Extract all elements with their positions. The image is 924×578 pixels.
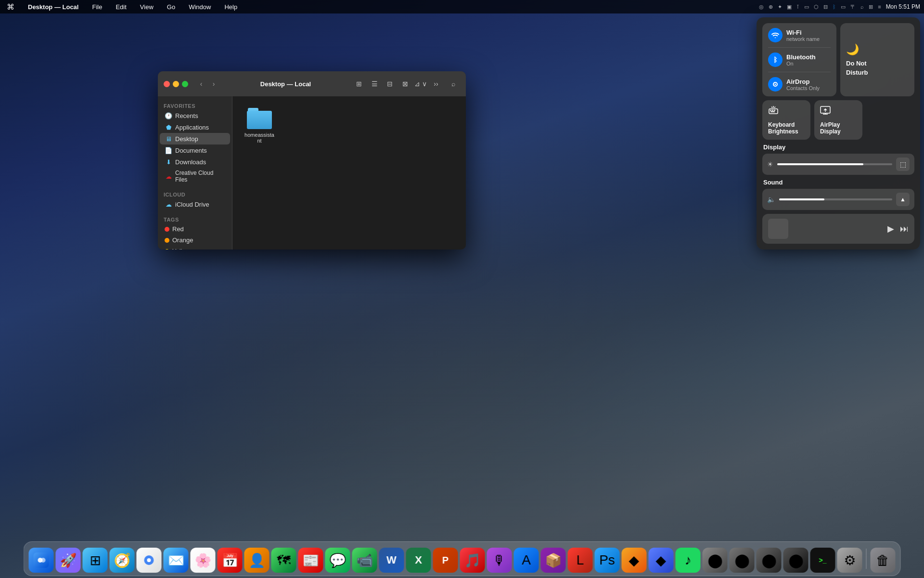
cc-volume-slider[interactable] bbox=[779, 198, 892, 200]
cc-brightness-slider[interactable] bbox=[777, 163, 892, 165]
dock-divider bbox=[866, 549, 867, 569]
sidebar-item-documents[interactable]: 📄 Documents bbox=[160, 144, 230, 156]
dock-app-misc3[interactable]: ⬤ bbox=[757, 548, 782, 573]
cc-dnd-card[interactable]: 🌙 Do Not Disturb bbox=[840, 23, 914, 96]
minimize-button[interactable] bbox=[173, 81, 179, 87]
dock-app-word[interactable]: W bbox=[379, 548, 404, 573]
cc-skip-button[interactable]: ⏭ bbox=[900, 224, 909, 234]
dock-app-mail[interactable]: ✉️ bbox=[164, 548, 189, 573]
dock-app-news[interactable]: 📰 bbox=[298, 548, 323, 573]
dock-app-safari[interactable]: 🧭 bbox=[110, 548, 135, 573]
dock-app-photos[interactable]: 🌸 bbox=[191, 548, 216, 573]
nav-arrows: ‹ › bbox=[196, 79, 219, 89]
cc-airplay-display-card[interactable]: AirPlay Display bbox=[814, 100, 862, 140]
dock-app-finder[interactable] bbox=[29, 548, 54, 573]
menubar-help[interactable]: Help bbox=[221, 2, 240, 12]
cc-volume-up-button[interactable]: ▲ bbox=[896, 193, 910, 206]
sort-button[interactable]: ⊿ ∨ bbox=[414, 79, 427, 89]
notification-menu-icon[interactable]: ≡ bbox=[878, 4, 881, 10]
close-button[interactable] bbox=[164, 81, 170, 87]
dock-app-appstore[interactable]: A bbox=[514, 548, 539, 573]
bluetooth-menu-icon[interactable]: ᛒ bbox=[833, 4, 836, 10]
focus-icon[interactable]: ◎ bbox=[759, 4, 764, 10]
wifi-menu-icon[interactable]: 〒 bbox=[850, 3, 856, 11]
menubar-file[interactable]: File bbox=[89, 2, 105, 12]
dock-app-misc2[interactable]: ⬤ bbox=[730, 548, 755, 573]
dock-app-betterzip[interactable]: 📦 bbox=[541, 548, 566, 573]
cc-bluetooth-icon[interactable]: ᛒ bbox=[768, 53, 783, 67]
globe-icon[interactable]: ⊕ bbox=[769, 4, 773, 10]
dock-app-trash[interactable]: 🗑 bbox=[871, 548, 896, 573]
cc-airdrop-icon[interactable] bbox=[768, 77, 783, 92]
sidebar-item-applications[interactable]: ⬟ Applications bbox=[160, 121, 230, 133]
menubar-go[interactable]: Go bbox=[164, 2, 178, 12]
gallery-view-button[interactable]: ⊠ bbox=[398, 79, 412, 89]
menubar-window[interactable]: Window bbox=[186, 2, 214, 12]
airplay-menu-icon[interactable]: ⬡ bbox=[814, 4, 819, 10]
sidebar-item-recents[interactable]: 🕐 Recents bbox=[160, 110, 230, 121]
search-menu-icon[interactable]: ⌕ bbox=[860, 4, 864, 10]
dock-app-music[interactable]: 🎵 bbox=[460, 548, 485, 573]
svg-rect-6 bbox=[770, 111, 775, 112]
apple-menu[interactable]: ⌘ bbox=[4, 1, 17, 13]
dock-app-calendar[interactable]: 📅 bbox=[218, 548, 243, 573]
file-item-homeassistant[interactable]: homeassistant bbox=[240, 104, 279, 147]
photo-icon[interactable]: ▣ bbox=[787, 4, 792, 10]
search-button[interactable]: ⌕ bbox=[447, 79, 460, 89]
dock-app-excel[interactable]: X bbox=[406, 548, 431, 573]
menubar-right: ◎ ⊕ ✦ ▣ ⊺ ▭ ⬡ ⊟ ᛒ ▭ 〒 ⌕ ⊞ ≡ Mon 5:51 PM bbox=[759, 3, 920, 11]
volume-menu-icon[interactable]: ⊟ bbox=[823, 4, 828, 10]
cc-media-thumbnail bbox=[768, 219, 788, 239]
sidebar-item-downloads[interactable]: ⬇ Downloads bbox=[160, 156, 230, 168]
sidebar-item-tag-yellow[interactable]: Yellow bbox=[160, 246, 230, 250]
sidebar-item-tag-red[interactable]: Red bbox=[160, 223, 230, 235]
cc-wifi-value: network name bbox=[786, 36, 820, 42]
dock-app-lr[interactable]: L bbox=[568, 548, 593, 573]
dock-app-ppt[interactable]: P bbox=[433, 548, 458, 573]
cc-bluetooth-value: On bbox=[786, 61, 816, 66]
cc-wifi-icon[interactable] bbox=[768, 28, 783, 42]
svg-rect-5 bbox=[774, 110, 775, 111]
dock-app-ps[interactable]: Ps bbox=[595, 548, 620, 573]
cc-play-button[interactable]: ▶ bbox=[887, 223, 894, 234]
icon-view-button[interactable]: ⊞ bbox=[352, 79, 366, 89]
sidebar-item-desktop[interactable]: 🖥 Desktop bbox=[160, 133, 230, 144]
dock-app-maps[interactable]: 🗺 bbox=[271, 548, 296, 573]
dock-app-terminal[interactable]: >_ bbox=[810, 548, 835, 573]
sidebar-item-creative-cloud[interactable]: ☁ Creative Cloud Files bbox=[160, 168, 230, 185]
menubar-view[interactable]: View bbox=[137, 2, 156, 12]
dock-app-facetime[interactable]: 📹 bbox=[352, 548, 377, 573]
dock-app-contacts[interactable]: 👤 bbox=[244, 548, 270, 573]
dock-app-affinity[interactable]: ◆ bbox=[622, 548, 647, 573]
cc-display-options-button[interactable]: ⬚ bbox=[896, 158, 910, 171]
dock-app-misc4[interactable]: ⬤ bbox=[783, 548, 808, 573]
forward-button[interactable]: › bbox=[208, 79, 219, 89]
sidebar-item-tag-orange[interactable]: Orange bbox=[160, 235, 230, 246]
dock-app-messages[interactable]: 💬 bbox=[325, 548, 350, 573]
maximize-button[interactable] bbox=[182, 81, 188, 87]
dock-app-chrome[interactable] bbox=[137, 548, 162, 573]
dock-app-podcasts[interactable]: 🎙 bbox=[487, 548, 512, 573]
dock-app-launchpad[interactable]: 🚀 bbox=[56, 548, 81, 573]
cc-keyboard-brightness-card[interactable]: Keyboard Brightness bbox=[762, 100, 810, 140]
dock-app-misc1[interactable]: ⬤ bbox=[703, 548, 728, 573]
more-button[interactable]: ›› bbox=[429, 79, 443, 89]
timer-icon[interactable]: ⊺ bbox=[796, 4, 799, 10]
display2-icon[interactable]: ▭ bbox=[804, 4, 809, 10]
dock-app-grid[interactable]: ⊞ bbox=[83, 548, 108, 573]
cc-volume-low-icon: 🔈 bbox=[767, 196, 775, 203]
brush-icon[interactable]: ✦ bbox=[778, 4, 782, 10]
list-view-button[interactable]: ☰ bbox=[368, 79, 381, 89]
control-center-menu-icon[interactable]: ⊞ bbox=[869, 4, 873, 10]
menubar-edit[interactable]: Edit bbox=[113, 2, 129, 12]
cc-keyboard-brightness-label: Keyboard Brightness bbox=[768, 121, 805, 135]
column-view-button[interactable]: ⊟ bbox=[383, 79, 397, 89]
dock-app-affinity2[interactable]: ◆ bbox=[649, 548, 674, 573]
back-button[interactable]: ‹ bbox=[196, 79, 206, 89]
battery-menu-icon[interactable]: ▭ bbox=[841, 4, 846, 10]
menubar-finder[interactable]: Desktop — Local bbox=[25, 2, 81, 12]
finder-content[interactable]: homeassistant bbox=[232, 96, 466, 250]
dock-app-system-prefs[interactable]: ⚙ bbox=[837, 548, 862, 573]
dock-app-spotify[interactable]: ♪ bbox=[676, 548, 701, 573]
sidebar-item-icloud-drive[interactable]: ☁ iCloud Drive bbox=[160, 198, 230, 210]
